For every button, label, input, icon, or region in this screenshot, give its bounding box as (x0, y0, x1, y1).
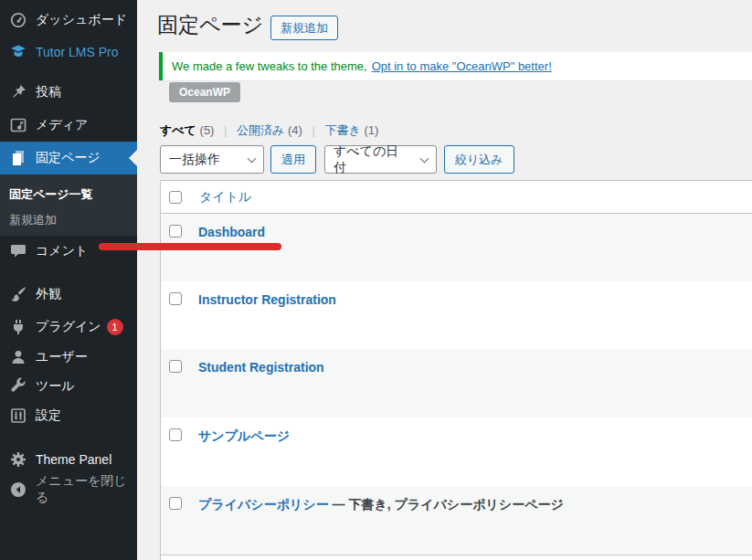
sidebar-item-label: Theme Panel (36, 452, 111, 467)
table-row: サンプルページ (161, 417, 752, 486)
sidebar-item-users[interactable]: ユーザー (0, 342, 137, 373)
table-row: Instructor Registration (161, 281, 752, 349)
sidebar-item-label: 外観 (36, 286, 61, 302)
page-title-link[interactable]: Student Registration (198, 360, 324, 375)
comment-bubble-icon (9, 242, 27, 260)
wordpress-admin-screen: ダッシュボード Tutor LMS Pro 投稿 メディア 固定ページ (0, 0, 752, 560)
sidebar-item-label: 設定 (36, 407, 61, 424)
filter-published[interactable]: 公開済み (237, 123, 284, 137)
main-content: 固定ページ 新規追加 We made a few tweaks to the t… (137, 0, 752, 560)
sliders-icon (9, 407, 27, 425)
page-title-link[interactable]: Instructor Registration (198, 292, 336, 307)
row-checkbox[interactable] (169, 497, 182, 510)
admin-sidebar: ダッシュボード Tutor LMS Pro 投稿 メディア 固定ページ (0, 0, 137, 560)
sidebar-item-label: 投稿 (36, 84, 61, 100)
sidebar-item-settings[interactable]: 設定 (0, 400, 137, 431)
table-header-row: タイトル (161, 181, 752, 214)
sidebar-item-label: ダッシュボード (36, 12, 127, 28)
sidebar-item-label: ユーザー (36, 349, 88, 365)
select-all-checkbox[interactable] (169, 191, 182, 204)
gear-icon (9, 450, 27, 469)
filter-all[interactable]: すべて (160, 123, 196, 137)
chevron-down-icon (248, 153, 257, 163)
pushpin-icon (9, 83, 27, 101)
row-checkbox[interactable] (169, 428, 182, 441)
filter-draft[interactable]: 下書き (325, 123, 361, 137)
sidebar-item-pages[interactable]: 固定ページ (0, 142, 137, 174)
row-checkbox[interactable] (169, 360, 182, 373)
dashboard-gauge-icon (9, 11, 27, 29)
page-title-link[interactable]: Dashboard (198, 225, 265, 239)
plug-icon (9, 318, 27, 336)
opt-in-link[interactable]: Opt in to make "OceanWP" better! (372, 59, 552, 73)
sidebar-item-label: コメント (36, 243, 88, 259)
submenu-item-add-new[interactable]: 新規追加 (0, 207, 137, 233)
annotation-red-line (99, 243, 281, 250)
filter-button[interactable]: 絞り込み (444, 145, 514, 174)
theme-name-tooltip: OceanWP (169, 82, 240, 102)
plugin-update-badge: 1 (107, 319, 123, 335)
sidebar-item-label: プラグイン (36, 319, 101, 335)
sidebar-item-label: 固定ページ (36, 150, 101, 166)
sidebar-item-tools[interactable]: ツール (0, 371, 137, 402)
theme-notice-banner: We made a few tweaks to the theme, Opt i… (159, 52, 752, 80)
sidebar-item-posts[interactable]: 投稿 (0, 77, 137, 108)
user-icon (9, 348, 27, 366)
sidebar-item-appearance[interactable]: 外観 (0, 279, 137, 310)
page-title: 固定ページ (157, 11, 263, 39)
sidebar-item-dashboard[interactable]: ダッシュボード (0, 5, 137, 36)
sidebar-item-label: Tutor LMS Pro (36, 45, 119, 59)
tutor-lms-icon (9, 43, 27, 61)
date-filter-select[interactable]: すべての日付 (324, 145, 437, 174)
pages-icon (9, 149, 27, 167)
pages-table: タイトル Dashboard Instructor Registration S… (160, 180, 752, 560)
page-title-link[interactable]: プライバシーポリシー (198, 497, 329, 512)
column-header-title[interactable]: タイトル (199, 189, 251, 206)
sidebar-item-theme-panel[interactable]: Theme Panel (0, 444, 137, 475)
notice-message: We made a few tweaks to the theme, (172, 59, 367, 73)
post-state-label: — 下書き, プライバシーポリシーページ (329, 497, 564, 512)
wrench-icon (9, 377, 27, 396)
pages-submenu: 固定ページ一覧 新規追加 (0, 174, 137, 236)
bulk-action-select[interactable]: 一括操作 (160, 145, 264, 174)
row-checkbox[interactable] (169, 225, 182, 238)
sidebar-item-label: メニューを閉じる (36, 473, 137, 506)
chevron-down-icon (420, 153, 429, 163)
add-new-page-button[interactable]: 新規追加 (270, 16, 338, 40)
table-row: プライバシーポリシー — 下書き, プライバシーポリシーページ (161, 486, 752, 555)
media-icon (9, 116, 27, 134)
sidebar-item-comments[interactable]: コメント (0, 236, 137, 267)
apply-button[interactable]: 適用 (270, 145, 316, 174)
page-title-link[interactable]: サンプルページ (198, 428, 290, 445)
sidebar-item-collapse-menu[interactable]: メニューを閉じる (0, 474, 137, 505)
row-checkbox[interactable] (169, 292, 182, 305)
status-filter-links: すべて (5) | 公開済み (4) | 下書き (1) (160, 122, 378, 139)
submenu-item-page-list[interactable]: 固定ページ一覧 (0, 182, 137, 207)
paintbrush-icon (9, 285, 27, 303)
collapse-arrow-icon (9, 481, 27, 499)
sidebar-item-label: メディア (36, 117, 88, 133)
sidebar-item-media[interactable]: メディア (0, 110, 137, 141)
table-footer-strip (161, 555, 752, 560)
sidebar-item-label: ツール (36, 378, 75, 395)
sidebar-item-tutor-lms-pro[interactable]: Tutor LMS Pro (0, 37, 137, 68)
table-row: Student Registration (161, 349, 752, 417)
sidebar-item-plugins[interactable]: プラグイン 1 (0, 312, 137, 343)
